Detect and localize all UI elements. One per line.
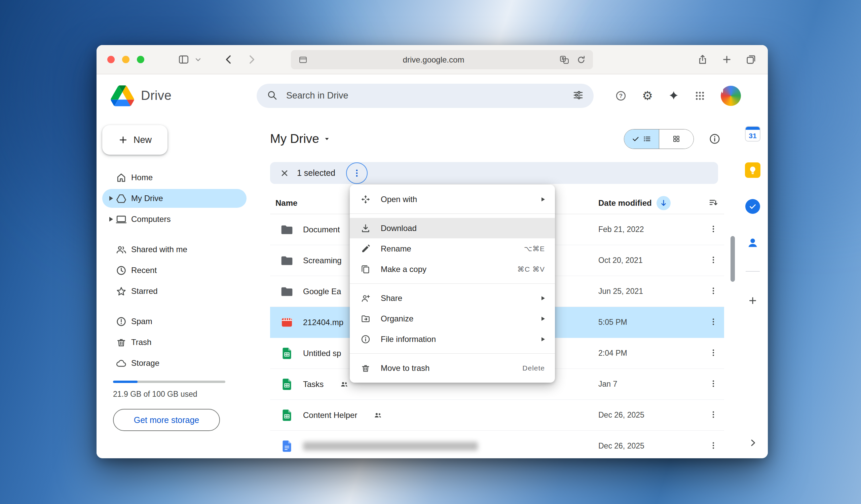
google-apps-grid-icon[interactable] [695, 90, 705, 101]
avatar-photo [722, 86, 723, 93]
share-page-button[interactable] [697, 54, 708, 65]
new-tab-button[interactable] [721, 54, 732, 65]
file-row[interactable]: Dec 26, 2025 [270, 431, 724, 458]
menu-item-download[interactable]: Download [350, 218, 555, 238]
row-more-button[interactable] [709, 379, 718, 389]
window-controls [107, 56, 144, 63]
row-more-button[interactable] [709, 255, 718, 266]
drive-app-bar: Drive Search in Drive ? ⚙ [97, 74, 768, 117]
menu-item-label: Move to trash [381, 363, 513, 373]
list-view-button[interactable] [624, 129, 659, 149]
menu-separator [350, 213, 555, 214]
sidebar-item-starred[interactable]: Starred [102, 282, 247, 300]
search-options-tune-icon[interactable] [573, 90, 584, 102]
storage-usage-text: 21.9 GB of 100 GB used [113, 390, 257, 399]
settings-gear-icon[interactable]: ⚙ [642, 90, 653, 102]
expand-arrow-icon[interactable] [106, 196, 116, 201]
file-name: Content Helper [303, 410, 357, 420]
sort-descending-icon[interactable] [657, 196, 671, 210]
sidebar-item-home[interactable]: Home [102, 168, 247, 187]
sidebar-item-label: Starred [131, 286, 158, 296]
tasks-icon[interactable] [744, 198, 761, 214]
tab-overview-button[interactable] [746, 54, 756, 65]
svg-text:?: ? [619, 93, 623, 99]
selection-more-actions-button[interactable] [346, 163, 368, 184]
new-button[interactable]: New [102, 125, 167, 155]
selection-count: 1 selected [297, 168, 335, 178]
page-title[interactable]: My Drive [270, 132, 331, 146]
storage-progress-fill [113, 381, 138, 383]
menu-item-organize[interactable]: Organize [350, 308, 555, 329]
list-view-icon [643, 135, 651, 143]
home-icon [116, 172, 131, 183]
video-file-icon [280, 316, 293, 329]
menu-separator [350, 353, 555, 354]
back-button[interactable] [223, 54, 234, 65]
sidebar-item-computers[interactable]: Computers [102, 210, 247, 229]
menu-item-make-a-copy[interactable]: Make a copy ⌘C ⌘V [350, 259, 555, 279]
storage-progressbar [113, 381, 226, 383]
gemini-sparkle-icon[interactable] [668, 90, 679, 101]
panel-divider [746, 271, 760, 272]
sidebar-item-spam[interactable]: Spam [102, 312, 247, 331]
sidebar-item-shared-with-me[interactable]: Shared with me [102, 240, 247, 259]
drive-app: Drive Search in Drive ? ⚙ [97, 74, 768, 458]
file-row[interactable]: Content Helper Dec 26, 2025 [270, 400, 724, 431]
sheets-file-icon [280, 347, 293, 360]
info-icon [360, 334, 371, 344]
address-bar[interactable]: drive.google.com [291, 50, 593, 69]
sidebar-item-label: Spam [131, 317, 152, 326]
get-more-storage-button[interactable]: Get more storage [113, 409, 220, 431]
menu-item-open-with[interactable]: Open with [350, 189, 555, 209]
grid-view-button[interactable] [659, 129, 694, 149]
details-info-icon[interactable] [709, 133, 721, 145]
sidebar-toggle-button[interactable] [178, 54, 189, 65]
help-icon[interactable]: ? [615, 90, 627, 101]
scrollbar-thumb[interactable] [730, 236, 735, 282]
close-window-button[interactable] [107, 56, 115, 63]
account-avatar[interactable] [721, 86, 741, 106]
collapse-panel-chevron-icon[interactable] [748, 438, 758, 449]
sort-options-icon[interactable] [708, 197, 719, 209]
row-more-button[interactable] [709, 410, 718, 420]
browser-window: drive.google.com [97, 45, 768, 458]
kebab-menu-icon [352, 168, 361, 178]
column-header-name[interactable]: Name [275, 198, 297, 208]
menu-item-rename[interactable]: Rename ⌥⌘E [350, 238, 555, 259]
sidebar-item-trash[interactable]: Trash [102, 333, 247, 352]
row-more-button[interactable] [709, 225, 718, 235]
sidebar-item-label: Home [131, 173, 153, 182]
add-panel-app-button[interactable] [744, 293, 761, 309]
desktop: drive.google.com [0, 0, 861, 504]
zoom-window-button[interactable] [137, 56, 144, 63]
contacts-icon[interactable] [744, 235, 761, 251]
sidebar-item-my-drive[interactable]: My Drive [102, 189, 247, 208]
row-more-button[interactable] [709, 286, 718, 296]
minimize-window-button[interactable] [122, 56, 129, 63]
computers-icon [116, 214, 131, 225]
file-date: Dec 26, 2025 [598, 410, 644, 420]
row-more-button[interactable] [709, 441, 718, 451]
file-name: Document [303, 225, 340, 234]
row-more-button[interactable] [709, 348, 718, 359]
calendar-icon[interactable]: 31 [744, 126, 761, 142]
forward-button[interactable] [246, 54, 257, 65]
expand-arrow-icon[interactable] [106, 217, 116, 222]
sidebar-item-storage[interactable]: Storage [102, 354, 247, 373]
clear-selection-button[interactable] [277, 165, 292, 181]
column-header-date-modified[interactable]: Date modified [598, 198, 652, 208]
search-input[interactable]: Search in Drive [257, 84, 593, 108]
menu-separator [350, 283, 555, 284]
menu-item-move-to-trash[interactable]: Move to trash Delete [350, 358, 555, 378]
menu-item-file-information[interactable]: File information [350, 329, 555, 349]
translate-icon[interactable] [559, 55, 570, 65]
reload-icon[interactable] [576, 55, 586, 65]
trash-icon [360, 363, 371, 373]
drive-logo[interactable]: Drive [97, 85, 257, 106]
chevron-down-icon[interactable] [194, 55, 202, 64]
keep-icon[interactable] [744, 162, 761, 178]
row-more-button[interactable] [709, 318, 718, 327]
drive-sidebar: New Home My Drive [97, 117, 257, 458]
menu-item-share[interactable]: Share [350, 288, 555, 308]
sidebar-item-recent[interactable]: Recent [102, 261, 247, 280]
